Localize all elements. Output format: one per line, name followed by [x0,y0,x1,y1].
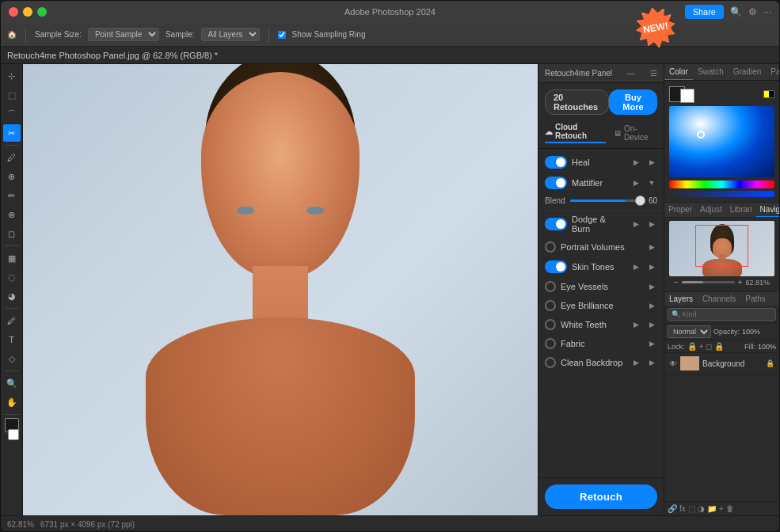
saturation-bar[interactable] [669,191,774,197]
type-tool[interactable]: T [3,331,21,348]
zoom-tool[interactable]: 🔍 [3,374,21,392]
blend-mode-select[interactable]: Normal [668,325,711,338]
dodge-burn-expand[interactable]: ▶ [630,218,641,230]
eye-vessels-item[interactable]: Eye Vessels ▶ [538,277,664,296]
background-color[interactable] [8,429,19,440]
minimize-button[interactable] [23,7,32,17]
heal-toggle[interactable] [545,156,567,169]
lasso-tool[interactable]: ⌒ [3,105,21,123]
delete-layer-icon[interactable]: 🗑 [726,504,734,513]
librari-tab[interactable]: Librari [726,203,756,217]
close-button[interactable] [9,7,18,17]
gradient-tool[interactable]: ▦ [3,249,21,267]
mattifier-down[interactable]: ▼ [646,177,657,188]
proper-tab[interactable]: Proper [664,203,696,217]
eye-vessels-radio[interactable] [545,281,556,292]
fabric-radio[interactable] [545,338,556,349]
fabric-expand[interactable]: ▶ [646,338,657,349]
channels-tab[interactable]: Channels [698,292,740,306]
adjustment-icon[interactable]: ◑ [698,504,705,513]
skin-tones-expand[interactable]: ▶ [630,261,641,272]
share-button[interactable]: Share [685,5,724,19]
sample-size-select[interactable]: Point Sample [88,28,159,41]
swatch-tab[interactable]: Swatch [693,64,729,80]
panel-close-icon[interactable]: — [627,69,635,78]
paths-tab[interactable]: Paths [740,292,770,306]
navigator-tab[interactable]: Navigator [756,203,780,217]
layers-search-input[interactable] [668,308,776,321]
eraser-tool[interactable]: ◻ [3,225,21,242]
gradient-tab[interactable]: Gradien [729,64,767,80]
clean-backdrop-radio[interactable] [545,357,556,368]
pen-tool[interactable]: 🖉 [3,312,21,329]
eye-brilliance-expand[interactable]: ▶ [646,300,657,311]
eyedropper-tool[interactable]: 🖊 [3,149,21,166]
color-tab[interactable]: Color [664,64,693,80]
heal-item[interactable]: Heal ▶ ▶ [538,152,664,173]
move-tool[interactable]: ⊹ [3,67,21,85]
fx-icon[interactable]: fx [679,504,686,513]
heal-expand[interactable]: ▶ [630,157,641,168]
dodge-burn-item[interactable]: Dodge & Burn ▶ ▶ [538,211,664,238]
color-gradient-box[interactable] [669,106,774,177]
mattifier-expand[interactable]: ▶ [630,177,641,188]
folder-icon[interactable]: 📁 [707,504,717,513]
layer-visibility-icon[interactable]: 👁 [669,359,677,368]
hue-bar[interactable] [669,180,774,188]
search-icon[interactable]: 🔍 [730,6,742,17]
blend-slider-thumb[interactable] [635,196,645,206]
clean-backdrop-menu[interactable]: ▶ [646,357,657,368]
selection-tool[interactable]: ⬚ [3,86,21,104]
new-layer-icon[interactable]: + [719,504,724,513]
link-layers-icon[interactable]: 🔗 [668,504,677,513]
fabric-item[interactable]: Fabric ▶ [538,334,664,353]
clean-backdrop-expand[interactable]: ▶ [630,357,641,368]
settings-icon[interactable]: ⚙ [748,6,757,17]
mattifier-toggle[interactable] [545,177,567,189]
skin-tones-menu[interactable]: ▶ [646,261,657,272]
hand-tool[interactable]: ✋ [3,393,21,411]
lock-pixel-icon[interactable]: 🔒 [687,342,697,351]
white-teeth-radio[interactable] [545,319,556,330]
zoom-in-icon[interactable]: + [738,278,743,287]
buy-more-button[interactable]: Buy More [609,89,657,115]
portrait-volumes-radio[interactable] [545,241,556,253]
on-device-tab[interactable]: 🖥 On-Device [614,124,657,142]
sample-select[interactable]: All Layers [201,28,260,41]
canvas-area[interactable] [23,64,538,515]
lock-pos-icon[interactable]: + [699,342,704,351]
heal-menu[interactable]: ▶ [646,157,657,168]
retouch-button[interactable]: Retouch [545,484,657,509]
dodge-burn-menu[interactable]: ▶ [646,218,657,230]
zoom-out-icon[interactable]: − [674,278,679,287]
eye-brilliance-radio[interactable] [545,300,556,311]
blur-tool[interactable]: ◌ [3,268,21,286]
lock-artboard-icon[interactable]: ◻ [706,342,712,351]
clean-backdrop-item[interactable]: Clean Backdrop ▶ ▶ [538,353,664,372]
clone-tool[interactable]: ⊗ [3,206,21,223]
layer-row-background[interactable]: 👁 Background 🔒 [664,353,779,374]
show-sampling-ring-checkbox[interactable] [278,31,286,39]
background-swatch[interactable] [680,89,694,103]
white-teeth-menu[interactable]: ▶ [646,319,657,330]
lock-all-icon[interactable]: 🔒 [714,342,724,351]
crop-tool[interactable]: ✂ [3,124,21,142]
eye-brilliance-item[interactable]: Eye Brilliance ▶ [538,296,664,315]
brush-tool[interactable]: ✏ [3,187,21,204]
zoom-slider[interactable] [682,281,735,283]
mask-icon[interactable]: ⬚ [688,504,695,513]
healing-brush-tool[interactable]: ⊕ [3,168,21,185]
adjust-tab[interactable]: Adjust [696,203,726,217]
path-tool[interactable]: ◇ [3,350,21,367]
dodge-burn-toggle[interactable] [545,218,567,230]
blend-slider[interactable] [570,200,644,202]
dodge-tool[interactable]: ◕ [3,287,21,305]
eye-vessels-expand[interactable]: ▶ [646,281,657,292]
more-icon[interactable]: ··· [763,6,771,17]
cloud-retouch-tab[interactable]: ☁ Cloud Retouch [545,123,606,143]
portrait-volumes-item[interactable]: Portrait Volumes ▶ [538,238,664,256]
patterns-tab[interactable]: Patterns [766,64,780,80]
tool-home[interactable]: 🏠 [7,30,17,39]
skin-tones-item[interactable]: Skin Tones ▶ ▶ [538,256,664,277]
white-teeth-item[interactable]: White Teeth ▶ ▶ [538,315,664,334]
